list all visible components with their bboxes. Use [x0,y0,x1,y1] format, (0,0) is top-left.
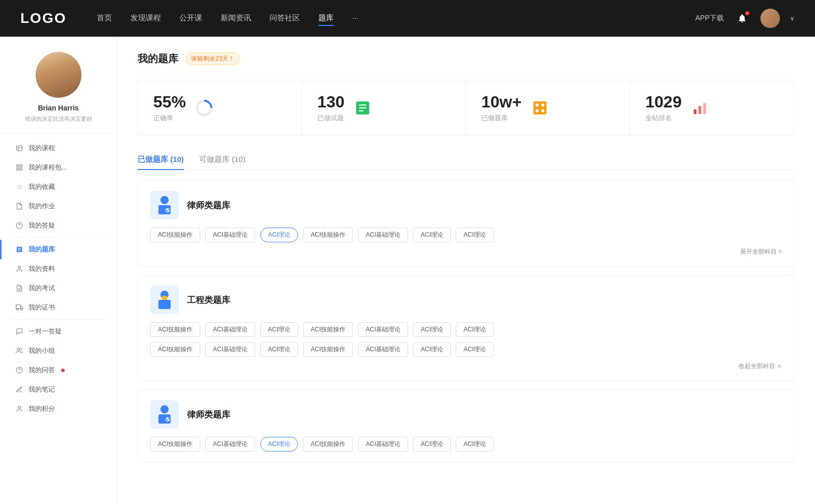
nav-more[interactable]: ··· [352,11,359,26]
nav-open-course[interactable]: 公开课 [179,11,202,26]
tag-item[interactable]: ACI理论 [456,342,494,357]
tab-done-banks[interactable]: 已做题库 (10) [138,150,184,170]
materials-icon [15,265,23,273]
bank-card-engineer-tags-row1: ACI技能操作 ACI基础理论 ACI理论 ACI技能操作 ACI基础理论 AC… [150,322,782,337]
svg-rect-39 [162,297,167,300]
stat-accuracy-value: 55% [153,93,186,111]
exam-icon [15,284,23,292]
sidebar-item-certificate-label: 我的证书 [29,303,55,312]
tag-item[interactable]: ACI技能操作 [303,322,353,337]
page-title: 我的题库 [138,52,178,66]
avatar-image [760,9,780,28]
tag-item-active[interactable]: ACI理论 [260,437,298,452]
sidebar-item-exam[interactable]: 我的考试 [0,278,117,298]
stat-done-banks: 10w+ 已做题库 [466,80,630,135]
tag-item[interactable]: ACI基础理论 [358,322,408,337]
stat-accuracy-text: 55% 正确率 [153,93,186,123]
bank-card-lawyer-2-icon [150,400,179,429]
sidebar-item-certificate[interactable]: 我的证书 [0,298,117,317]
tag-item[interactable]: ACI理论 [413,322,451,337]
stat-done-questions-label: 已做试题 [317,114,344,123]
tag-item[interactable]: ACI基础理论 [358,437,408,452]
tabs: 已做题库 (10) 可做题库 (10) [138,150,795,170]
group-icon [15,347,23,355]
sidebar-item-question-bank[interactable]: 我的题库 [0,240,117,259]
tag-item[interactable]: ACI理论 [260,342,298,357]
sidebar-item-course-package-label: 我的课程包... [29,163,67,172]
profile-motto: 错误的决定比没有决定要好 [10,115,106,123]
tag-item[interactable]: ACI基础理论 [358,342,408,357]
tag-item[interactable]: ACI技能操作 [303,342,353,357]
questions-icon [15,366,23,374]
tag-item[interactable]: ACI技能操作 [150,322,200,337]
sidebar-item-my-questions[interactable]: 我的问答 [0,360,117,380]
profile-name: Brian Harris [10,104,106,112]
nav-menu: 首页 发现课程 公开课 新闻资讯 问答社区 题库 ··· [97,11,695,26]
nav-qa[interactable]: 问答社区 [269,11,300,26]
tag-item[interactable]: ACI理论 [456,437,494,452]
tag-item[interactable]: ACI技能操作 [303,228,353,242]
svg-rect-6 [20,168,22,170]
sidebar-item-one-on-one[interactable]: 一对一答疑 [0,322,117,341]
expand-link-1[interactable]: 展开全部科目 > [150,247,782,256]
qa-icon [15,221,23,230]
sidebar-item-notes[interactable]: 我的笔记 [0,380,117,399]
tag-item[interactable]: ACI理论 [456,322,494,337]
stat-done-questions: 130 已做试题 [302,80,466,135]
svg-rect-26 [533,101,547,115]
sidebar-item-points[interactable]: 我的积分 [0,399,117,418]
stat-rank: 1029 全站排名 [630,80,794,135]
stat-rank-label: 全站排名 [645,114,682,123]
svg-rect-0 [17,146,22,151]
nav-question-bank[interactable]: 题库 [318,11,334,26]
tag-item[interactable]: ACI理论 [260,322,298,337]
tag-item[interactable]: ACI基础理论 [205,342,255,357]
nav-discover[interactable]: 发现课程 [130,11,161,26]
sidebar-item-qa[interactable]: 我的答疑 [0,216,117,235]
svg-rect-31 [694,109,696,114]
avatar[interactable] [760,9,780,28]
sidebar-item-materials[interactable]: 我的资料 [0,259,117,278]
tag-item[interactable]: ACI技能操作 [150,437,200,452]
tag-item[interactable]: ACI技能操作 [150,342,200,357]
app-download-link[interactable]: APP下载 [695,14,724,23]
trial-badge: 体验剩余23天！ [185,52,240,65]
nav-home[interactable]: 首页 [97,11,112,26]
collapse-link[interactable]: 收起全部科目 ∧ [150,362,782,371]
tab-available-banks[interactable]: 可做题库 (10) [199,150,246,170]
tag-item[interactable]: ACI基础理论 [205,437,255,452]
sidebar-item-favorites[interactable]: ☆ 我的收藏 [0,177,117,197]
homework-icon [15,202,23,210]
sidebar-item-course-package[interactable]: 我的课程包... [0,158,117,177]
svg-point-40 [160,405,169,413]
sidebar-item-homework[interactable]: 我的作业 [0,197,117,216]
bank-card-lawyer-2-title: 律师类题库 [187,409,230,421]
user-dropdown-chevron[interactable]: ∨ [790,15,795,22]
tag-item[interactable]: ACI理论 [413,437,451,452]
sidebar-item-my-course[interactable]: 我的课程 [0,138,117,158]
page-header: 我的题库 体验剩余23天！ [138,52,795,66]
sidebar-item-favorites-label: 我的收藏 [29,182,55,191]
main-content: 我的题库 体验剩余23天！ 55% 正确率 [117,37,815,504]
tag-item[interactable]: ACI理论 [413,228,451,242]
nav-news[interactable]: 新闻资讯 [221,11,251,26]
svg-rect-12 [16,305,21,309]
done-questions-icon [352,98,373,118]
sidebar-item-my-group[interactable]: 我的小组 [0,341,117,360]
svg-point-14 [17,309,18,310]
tag-item[interactable]: ACI技能操作 [150,228,200,242]
tag-item[interactable]: ACI基础理论 [205,228,255,242]
notes-icon [15,385,23,394]
tag-item[interactable]: ACI技能操作 [303,437,353,452]
tag-item[interactable]: ACI基础理论 [358,228,408,242]
pie-chart-icon [195,99,213,117]
tag-item[interactable]: ACI理论 [413,342,451,357]
bank-card-lawyer-1-icon [150,191,179,219]
course-package-icon [15,163,23,172]
tag-item-active[interactable]: ACI理论 [260,228,298,242]
tag-item[interactable]: ACI基础理论 [205,322,255,337]
notification-bell[interactable] [734,10,750,26]
bank-card-lawyer-1: 律师类题库 ACI技能操作 ACI基础理论 ACI理论 ACI技能操作 ACI基… [138,180,795,267]
sidebar: Brian Harris 错误的决定比没有决定要好 我的课程 我的课程包... … [0,37,117,504]
tag-item[interactable]: ACI理论 [456,228,494,242]
